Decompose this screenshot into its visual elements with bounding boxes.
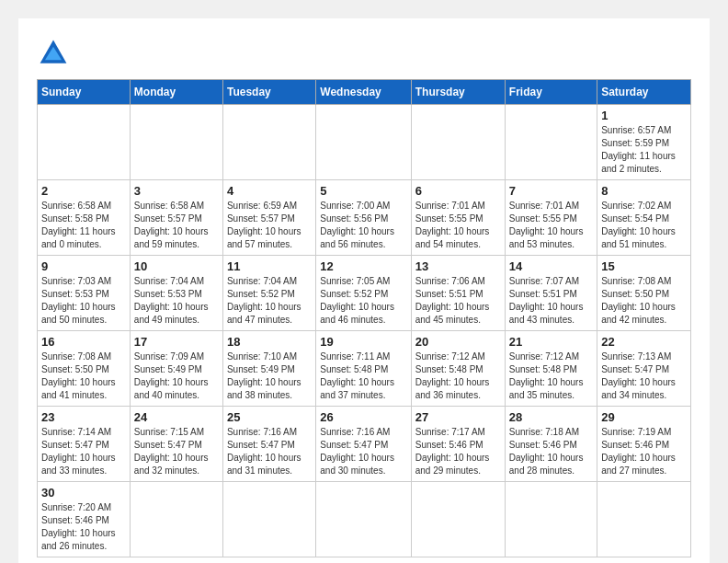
day-info: Sunrise: 7:10 AMSunset: 5:49 PMDaylight:…: [227, 350, 312, 402]
calendar-cell: 4Sunrise: 6:59 AMSunset: 5:57 PMDaylight…: [222, 180, 315, 256]
calendar-cell: [316, 105, 411, 180]
calendar-cell: 26Sunrise: 7:16 AMSunset: 5:47 PMDayligh…: [316, 407, 411, 482]
day-info: Sunrise: 7:13 AMSunset: 5:47 PMDaylight:…: [601, 350, 687, 402]
day-number: 28: [509, 410, 593, 424]
calendar-cell: 8Sunrise: 7:02 AMSunset: 5:54 PMDaylight…: [597, 180, 691, 256]
calendar-cell: 28Sunrise: 7:18 AMSunset: 5:46 PMDayligh…: [505, 407, 597, 482]
day-info: Sunrise: 7:02 AMSunset: 5:54 PMDaylight:…: [601, 200, 687, 251]
day-number: 22: [601, 335, 687, 349]
calendar-cell: [411, 105, 505, 180]
day-info: Sunrise: 7:05 AMSunset: 5:52 PMDaylight:…: [320, 275, 406, 327]
day-info: Sunrise: 6:58 AMSunset: 5:57 PMDaylight:…: [134, 200, 219, 251]
day-info: Sunrise: 7:18 AMSunset: 5:46 PMDaylight:…: [509, 426, 593, 477]
calendar-cell: 9Sunrise: 7:03 AMSunset: 5:53 PMDaylight…: [38, 256, 131, 331]
day-info: Sunrise: 7:19 AMSunset: 5:46 PMDaylight:…: [601, 426, 687, 477]
day-info: Sunrise: 7:06 AMSunset: 5:51 PMDaylight:…: [415, 275, 501, 327]
day-info: Sunrise: 7:09 AMSunset: 5:49 PMDaylight:…: [134, 350, 219, 402]
day-info: Sunrise: 7:20 AMSunset: 5:46 PMDaylight:…: [41, 501, 126, 553]
day-number: 2: [41, 184, 126, 198]
day-number: 14: [509, 259, 593, 273]
day-info: Sunrise: 6:58 AMSunset: 5:58 PMDaylight:…: [41, 200, 126, 251]
calendar-cell: 20Sunrise: 7:12 AMSunset: 5:48 PMDayligh…: [411, 331, 505, 407]
week-row-3: 9Sunrise: 7:03 AMSunset: 5:53 PMDaylight…: [38, 256, 691, 331]
weekday-header-thursday: Thursday: [411, 80, 505, 105]
calendar-cell: 3Sunrise: 6:58 AMSunset: 5:57 PMDaylight…: [130, 180, 222, 256]
weekday-header-wednesday: Wednesday: [316, 80, 411, 105]
day-info: Sunrise: 6:59 AMSunset: 5:57 PMDaylight:…: [227, 200, 312, 251]
day-info: Sunrise: 7:16 AMSunset: 5:47 PMDaylight:…: [227, 426, 312, 477]
weekday-header-row: SundayMondayTuesdayWednesdayThursdayFrid…: [38, 80, 691, 105]
week-row-4: 16Sunrise: 7:08 AMSunset: 5:50 PMDayligh…: [38, 331, 691, 407]
week-row-1: 1Sunrise: 6:57 AMSunset: 5:59 PMDaylight…: [38, 105, 691, 180]
day-number: 8: [601, 184, 687, 198]
calendar-cell: 18Sunrise: 7:10 AMSunset: 5:49 PMDayligh…: [222, 331, 315, 407]
day-number: 4: [227, 184, 312, 198]
calendar-cell: 16Sunrise: 7:08 AMSunset: 5:50 PMDayligh…: [38, 331, 131, 407]
day-info: Sunrise: 7:11 AMSunset: 5:48 PMDaylight:…: [320, 350, 406, 402]
calendar-cell: [411, 482, 505, 557]
day-number: 16: [41, 335, 126, 349]
day-number: 10: [134, 259, 219, 273]
calendar-cell: 5Sunrise: 7:00 AMSunset: 5:56 PMDaylight…: [316, 180, 411, 256]
weekday-header-tuesday: Tuesday: [222, 80, 315, 105]
day-number: 23: [41, 410, 126, 424]
logo-icon: [37, 37, 70, 70]
day-info: Sunrise: 7:08 AMSunset: 5:50 PMDaylight:…: [601, 275, 687, 327]
weekday-header-friday: Friday: [505, 80, 597, 105]
day-number: 27: [415, 410, 501, 424]
calendar-cell: 19Sunrise: 7:11 AMSunset: 5:48 PMDayligh…: [316, 331, 411, 407]
calendar-cell: [222, 482, 315, 557]
day-number: 1: [601, 109, 687, 122]
calendar-cell: 29Sunrise: 7:19 AMSunset: 5:46 PMDayligh…: [597, 407, 691, 482]
calendar-cell: 7Sunrise: 7:01 AMSunset: 5:55 PMDaylight…: [505, 180, 597, 256]
day-info: Sunrise: 7:01 AMSunset: 5:55 PMDaylight:…: [415, 200, 501, 251]
day-info: Sunrise: 7:12 AMSunset: 5:48 PMDaylight:…: [509, 350, 593, 402]
calendar-cell: 23Sunrise: 7:14 AMSunset: 5:47 PMDayligh…: [38, 407, 131, 482]
calendar-cell: [597, 482, 691, 557]
day-info: Sunrise: 7:15 AMSunset: 5:47 PMDaylight:…: [134, 426, 219, 477]
calendar-cell: 17Sunrise: 7:09 AMSunset: 5:49 PMDayligh…: [130, 331, 222, 407]
day-number: 29: [601, 410, 687, 424]
calendar-cell: 11Sunrise: 7:04 AMSunset: 5:52 PMDayligh…: [222, 256, 315, 331]
day-number: 19: [320, 335, 406, 349]
day-info: Sunrise: 7:07 AMSunset: 5:51 PMDaylight:…: [509, 275, 593, 327]
weekday-header-monday: Monday: [130, 80, 222, 105]
day-info: Sunrise: 7:01 AMSunset: 5:55 PMDaylight:…: [509, 200, 593, 251]
calendar-cell: 21Sunrise: 7:12 AMSunset: 5:48 PMDayligh…: [505, 331, 597, 407]
calendar-cell: 10Sunrise: 7:04 AMSunset: 5:53 PMDayligh…: [130, 256, 222, 331]
calendar-cell: 22Sunrise: 7:13 AMSunset: 5:47 PMDayligh…: [597, 331, 691, 407]
day-info: Sunrise: 7:03 AMSunset: 5:53 PMDaylight:…: [41, 275, 126, 327]
day-number: 30: [41, 486, 126, 500]
day-number: 20: [415, 335, 501, 349]
calendar-cell: [130, 482, 222, 557]
day-info: Sunrise: 6:57 AMSunset: 5:59 PMDaylight:…: [601, 124, 687, 176]
day-number: 25: [227, 410, 312, 424]
calendar-cell: [38, 105, 131, 180]
calendar-cell: 1Sunrise: 6:57 AMSunset: 5:59 PMDaylight…: [597, 105, 691, 180]
week-row-5: 23Sunrise: 7:14 AMSunset: 5:47 PMDayligh…: [38, 407, 691, 482]
calendar-page: SundayMondayTuesdayWednesdayThursdayFrid…: [18, 18, 710, 563]
calendar-cell: 24Sunrise: 7:15 AMSunset: 5:47 PMDayligh…: [130, 407, 222, 482]
day-number: 21: [509, 335, 593, 349]
week-row-2: 2Sunrise: 6:58 AMSunset: 5:58 PMDaylight…: [38, 180, 691, 256]
day-number: 13: [415, 259, 501, 273]
day-info: Sunrise: 7:04 AMSunset: 5:52 PMDaylight:…: [227, 275, 312, 327]
calendar-cell: [130, 105, 222, 180]
week-row-6: 30Sunrise: 7:20 AMSunset: 5:46 PMDayligh…: [38, 482, 691, 557]
day-number: 3: [134, 184, 219, 198]
day-info: Sunrise: 7:16 AMSunset: 5:47 PMDaylight:…: [320, 426, 406, 477]
calendar-cell: [505, 482, 597, 557]
day-number: 7: [509, 184, 593, 198]
day-number: 26: [320, 410, 406, 424]
weekday-header-sunday: Sunday: [38, 80, 131, 105]
logo: [37, 37, 74, 70]
calendar-cell: 2Sunrise: 6:58 AMSunset: 5:58 PMDaylight…: [38, 180, 131, 256]
day-number: 15: [601, 259, 687, 273]
day-number: 12: [320, 259, 406, 273]
calendar-cell: 25Sunrise: 7:16 AMSunset: 5:47 PMDayligh…: [222, 407, 315, 482]
calendar-cell: 13Sunrise: 7:06 AMSunset: 5:51 PMDayligh…: [411, 256, 505, 331]
day-info: Sunrise: 7:14 AMSunset: 5:47 PMDaylight:…: [41, 426, 126, 477]
day-number: 11: [227, 259, 312, 273]
day-number: 6: [415, 184, 501, 198]
calendar-cell: 27Sunrise: 7:17 AMSunset: 5:46 PMDayligh…: [411, 407, 505, 482]
